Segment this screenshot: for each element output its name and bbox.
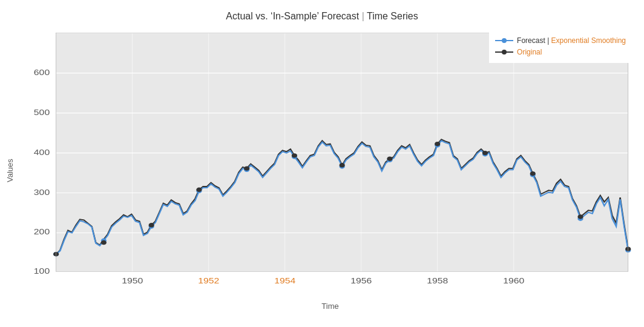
svg-text:1954: 1954 bbox=[274, 276, 295, 285]
chart-container: Actual vs. ‘In-Sample’ Forecast | Time S… bbox=[0, 0, 644, 327]
original-dot bbox=[577, 214, 583, 219]
svg-text:600: 600 bbox=[34, 68, 50, 76]
legend-item-original: Original bbox=[495, 48, 626, 56]
chart-title: Actual vs. ‘In-Sample’ Forecast | Time S… bbox=[0, 0, 644, 27]
svg-text:1952: 1952 bbox=[198, 276, 219, 285]
y-axis-label: Values bbox=[3, 27, 16, 314]
legend-forecast-line bbox=[495, 40, 513, 41]
legend-original-label: Original bbox=[517, 48, 542, 56]
svg-rect-0 bbox=[56, 33, 628, 272]
svg-text:1956: 1956 bbox=[350, 276, 372, 285]
svg-text:300: 300 bbox=[34, 188, 50, 196]
original-dot bbox=[101, 240, 107, 245]
original-dot bbox=[244, 166, 249, 170]
legend-original-line bbox=[495, 51, 513, 53]
legend-forecast-suffix: Exponential Smoothing bbox=[551, 36, 626, 45]
original-dot bbox=[149, 223, 154, 227]
svg-text:100: 100 bbox=[34, 266, 50, 275]
svg-text:400: 400 bbox=[34, 148, 50, 156]
chart-svg-area: 100 200 300 400 500 600 1950 1952 1954 1… bbox=[16, 27, 644, 297]
svg-text:1950: 1950 bbox=[122, 276, 143, 285]
original-dot bbox=[196, 188, 202, 192]
svg-text:1960: 1960 bbox=[503, 276, 524, 285]
original-dot bbox=[292, 153, 297, 157]
legend-forecast-label: Forecast | Exponential Smoothing bbox=[517, 36, 626, 45]
original-dot bbox=[387, 156, 392, 160]
svg-text:200: 200 bbox=[34, 227, 50, 236]
original-dot bbox=[435, 142, 440, 146]
svg-text:1958: 1958 bbox=[427, 276, 448, 285]
original-dot bbox=[482, 151, 488, 155]
chart-legend: Forecast | Exponential Smoothing Origina… bbox=[489, 33, 632, 63]
svg-text:500: 500 bbox=[34, 108, 50, 116]
original-dot bbox=[340, 163, 345, 167]
original-dot bbox=[530, 171, 536, 176]
x-axis-label: Time bbox=[16, 297, 644, 314]
legend-item-forecast: Forecast | Exponential Smoothing bbox=[495, 36, 626, 45]
